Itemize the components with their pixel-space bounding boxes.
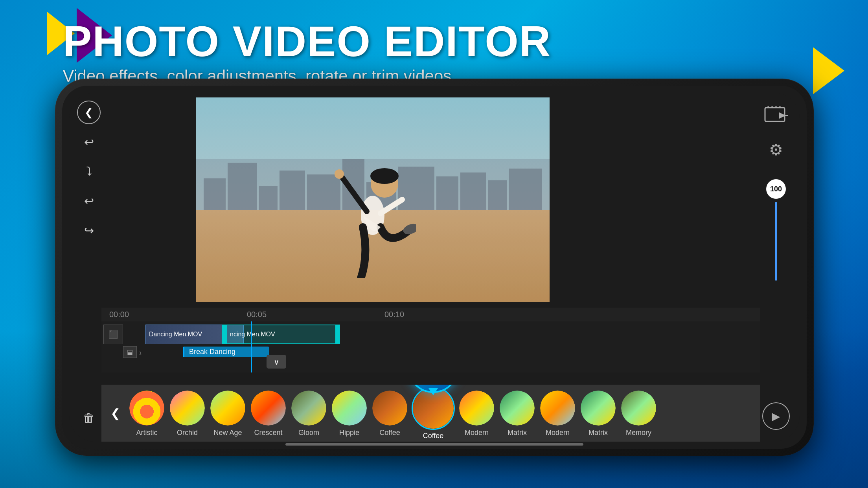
filter-item-new-age[interactable]: New Age xyxy=(209,389,246,437)
timeline-area: 00:00 00:05 00:10 ⬛ Dancing Men.MOV xyxy=(101,308,760,372)
volume-slider[interactable]: 100 xyxy=(766,179,786,281)
app-title: PHOTO VIDEO EDITOR xyxy=(63,20,551,63)
filter-label-orchid: Orchid xyxy=(177,429,198,437)
filter-item-hippie[interactable]: Hippie xyxy=(331,389,368,437)
filter-thumb-matrix2 xyxy=(579,389,617,427)
filter-item-coffee[interactable]: Coffee xyxy=(371,389,408,437)
filter-thumb-orchid xyxy=(169,389,206,427)
import-button[interactable]: ⤵ xyxy=(77,160,101,183)
filter-item-matrix[interactable]: Matrix xyxy=(498,389,536,437)
filter-label-coffee-selected: Coffee xyxy=(423,432,444,440)
layers-icon: ⬓ xyxy=(123,346,137,358)
filter-thumb-artistic xyxy=(128,389,166,427)
chevron-down-icon: ∨ xyxy=(274,357,280,367)
clip-end-handle xyxy=(336,325,340,344)
filter-item-coffee-selected[interactable]: Coffee Coffee xyxy=(412,387,455,440)
clip-divider xyxy=(222,325,226,344)
filter-prev-button[interactable]: ❮ xyxy=(105,404,125,423)
balloon-pointer xyxy=(428,388,438,395)
filter-item-crescent[interactable]: Crescent xyxy=(250,389,287,437)
export-button[interactable] xyxy=(762,101,790,128)
filter-label-memory: Memory xyxy=(626,429,651,437)
timeline-ruler: 00:00 00:05 00:10 xyxy=(101,308,760,321)
filter-item-artistic[interactable]: Artistic xyxy=(128,389,166,437)
video-preview xyxy=(196,97,550,302)
filter-thumb-memory xyxy=(620,389,657,427)
import-icon: ⤵ xyxy=(86,165,92,178)
video-clip-2[interactable]: ncing Men.MOV xyxy=(226,325,336,344)
svg-point-4 xyxy=(335,169,344,179)
filter-label-hippie: Hippie xyxy=(339,429,359,437)
filter-thumb-crescent xyxy=(250,389,287,427)
filter-label-artistic: Artistic xyxy=(136,429,158,437)
filter-item-memory[interactable]: Memory xyxy=(620,389,657,437)
break-dance-label: Break Dancing xyxy=(183,347,269,357)
filter-label-modern2: Modern xyxy=(546,429,570,437)
layer-track: ⬓ ₁ Break Dancing xyxy=(123,345,269,359)
reply-button[interactable]: ↩ xyxy=(77,189,101,213)
filter-item-matrix2[interactable]: Matrix xyxy=(579,389,617,437)
svg-line-3 xyxy=(341,176,367,211)
filter-label-matrix2: Matrix xyxy=(588,429,608,437)
filter-label-matrix: Matrix xyxy=(508,429,527,437)
svg-line-5 xyxy=(381,200,402,213)
filter-item-modern2[interactable]: Modern xyxy=(539,389,576,437)
dancer-figure xyxy=(329,137,416,278)
clip-1-label: Dancing Men.MOV xyxy=(149,331,202,338)
filter-thumb-coffee xyxy=(371,389,408,427)
phone-screen: ❮ ↩ ⤵ ↩ ↪ 🗑 xyxy=(62,86,807,449)
redo-icon: ↪ xyxy=(84,224,94,237)
undo-icon: ↩ xyxy=(84,135,94,149)
filter-thumb-hippie xyxy=(331,389,368,427)
filter-label-crescent: Crescent xyxy=(254,429,282,437)
chevron-left-icon: ❮ xyxy=(110,406,120,420)
triangle-yellow-right-icon xyxy=(813,47,844,94)
horizontal-scrollbar[interactable] xyxy=(285,443,583,446)
phone-device: ❮ ↩ ⤵ ↩ ↪ 🗑 xyxy=(55,79,814,456)
redo-button[interactable]: ↪ xyxy=(77,218,101,242)
filter-item-orchid[interactable]: Orchid xyxy=(169,389,206,437)
title-area: PHOTO VIDEO EDITOR Video effects, color … xyxy=(63,20,551,86)
filter-thumb-gloom xyxy=(290,389,327,427)
timeline-tracks: ⬛ Dancing Men.MOV ncing Men.MOV ⬓ xyxy=(101,321,760,372)
settings-button[interactable]: ⚙ xyxy=(762,136,790,163)
svg-point-2 xyxy=(370,168,399,184)
filter-item-modern[interactable]: Modern xyxy=(458,389,495,437)
timeline-expand-button[interactable]: ∨ xyxy=(267,355,286,369)
time-mark-5: 00:05 xyxy=(247,310,267,319)
filter-label-new-age: New Age xyxy=(213,429,242,437)
video-frame xyxy=(196,97,550,302)
time-mark-10: 00:10 xyxy=(384,310,404,319)
layer-count: ₁ xyxy=(139,348,142,356)
volume-value: 100 xyxy=(766,179,786,199)
filter-item-gloom[interactable]: Gloom xyxy=(290,389,327,437)
play-button[interactable]: ▶ xyxy=(762,402,790,430)
back-icon: ❮ xyxy=(85,106,93,119)
filter-label-modern: Modern xyxy=(465,429,489,437)
clip-2-label: ncing Men.MOV xyxy=(230,331,275,338)
timeline-playhead xyxy=(251,321,252,372)
filter-label-coffee: Coffee xyxy=(379,429,400,437)
filter-label-gloom: Gloom xyxy=(298,429,319,437)
volume-track[interactable] xyxy=(775,202,777,281)
clip-type-icon: ⬛ xyxy=(103,325,123,344)
trash-icon: 🗑 xyxy=(83,411,95,425)
filter-thumb-modern2 xyxy=(539,389,576,427)
gear-icon: ⚙ xyxy=(769,141,783,159)
undo-button[interactable]: ↩ xyxy=(77,130,101,154)
filter-thumb-modern xyxy=(458,389,495,427)
reply-icon: ↩ xyxy=(84,194,94,208)
back-button[interactable]: ❮ xyxy=(77,101,101,124)
filter-thumb-matrix xyxy=(498,389,536,427)
volume-fill xyxy=(775,202,777,281)
delete-button[interactable]: 🗑 xyxy=(77,406,101,430)
export-icon xyxy=(764,105,788,124)
filter-thumb-new-age xyxy=(209,389,246,427)
video-track: ⬛ Dancing Men.MOV ncing Men.MOV xyxy=(101,323,760,345)
time-mark-0: 00:00 xyxy=(109,310,129,319)
filter-strip: ❮ Artistic Orchid New Age xyxy=(101,385,760,442)
play-icon: ▶ xyxy=(772,410,780,423)
